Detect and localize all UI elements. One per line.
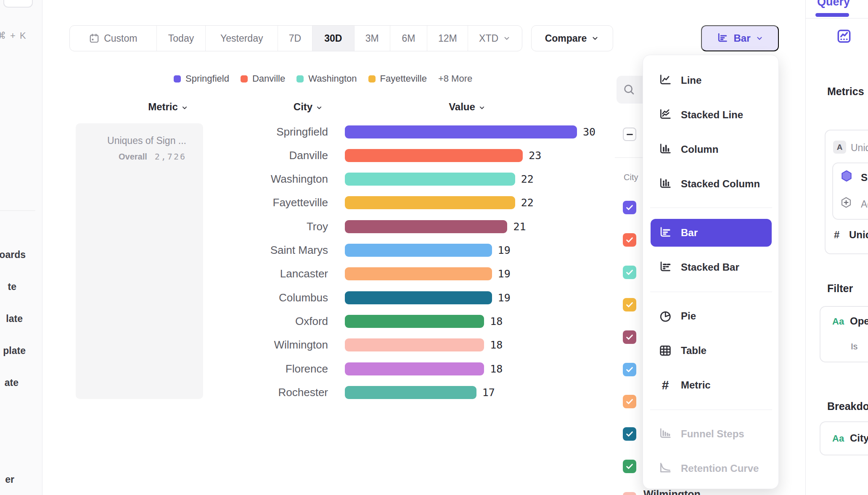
bar-segment[interactable] [345, 125, 577, 138]
bar-chart-icon [716, 32, 729, 45]
compare-button[interactable]: Compare [531, 25, 613, 51]
date-range-custom[interactable]: Custom [70, 26, 157, 51]
bar-segment[interactable] [345, 291, 492, 304]
city-checkbox[interactable] [623, 363, 636, 376]
date-range-12m[interactable]: 12M [427, 26, 468, 51]
chart-type-button[interactable]: Bar [701, 25, 779, 51]
date-range-3m[interactable]: 3M [355, 26, 390, 51]
menu-item-column[interactable]: Column [643, 132, 778, 167]
bar-segment[interactable] [345, 267, 492, 280]
tab-query[interactable]: Query [817, 0, 850, 8]
chevron-down-icon [503, 34, 511, 43]
bar-row: Florence18 [42, 362, 503, 375]
city-checkbox[interactable] [623, 330, 636, 344]
date-range-label: Custom [104, 33, 137, 44]
bar-segment[interactable] [345, 386, 476, 399]
city-checkbox[interactable] [623, 492, 636, 495]
menu-item-bar[interactable]: Bar [651, 219, 772, 247]
date-range-7d[interactable]: 7D [278, 26, 312, 51]
sidebar-item-fragment[interactable]: plate [3, 345, 26, 357]
city-checkbox[interactable] [623, 266, 636, 279]
date-range-today[interactable]: Today [157, 26, 206, 51]
menu-item-line[interactable]: Line [643, 63, 778, 98]
legend-item[interactable]: Springfield [174, 73, 229, 84]
bar-segment[interactable] [345, 149, 523, 162]
sidebar-search-input[interactable] [3, 0, 33, 8]
breakdown-card[interactable]: Aa City [820, 421, 868, 455]
metric-query-card[interactable]: A Uniq Sig Add # Uniqu [825, 130, 868, 254]
metric-header-label: Metric [148, 101, 178, 113]
legend-label: Fayetteville [380, 73, 427, 84]
bar-segment[interactable] [345, 244, 492, 257]
retention-icon [657, 460, 673, 476]
city-checkbox[interactable] [623, 395, 636, 408]
legend-item[interactable]: Danville [241, 73, 285, 84]
bar-row: Wilmington18 [42, 338, 503, 352]
bar-segment[interactable] [345, 196, 515, 209]
sidebar-item-fragment[interactable]: te [8, 281, 16, 293]
menu-item-stacked-bar[interactable]: Stacked Bar [643, 250, 778, 285]
column-icon [657, 141, 673, 157]
menu-item-label: Funnel Steps [681, 428, 744, 440]
date-range-label: 12M [438, 33, 457, 44]
date-range-6m[interactable]: 6M [390, 26, 428, 51]
menu-item-stacked-line[interactable]: Stacked Line [643, 98, 778, 132]
count-fragment: Uniqu [849, 229, 868, 241]
bar-segment[interactable] [345, 338, 484, 351]
date-range-30d[interactable]: 30D [312, 26, 355, 51]
menu-item-stacked-column[interactable]: Stacked Column [643, 167, 778, 201]
column-header-value[interactable]: Value [425, 101, 509, 113]
menu-item-table[interactable]: Table [643, 333, 778, 368]
bar-value-label: 18 [490, 315, 503, 327]
insights-chart-icon[interactable] [836, 28, 852, 46]
date-range-label: Yesterday [220, 33, 263, 44]
menu-item-retention-curve: Retention Curve [643, 451, 778, 486]
date-range-xtd[interactable]: XTD [468, 26, 522, 51]
legend-item[interactable]: Fayetteville [368, 73, 427, 84]
query-panel: Query Metrics A Uniq Sig Add # Uniqu Fil… [805, 0, 868, 495]
bar-value-label: 30 [583, 126, 595, 138]
city-checkbox[interactable] [623, 233, 636, 247]
column-header-metric[interactable]: Metric [126, 101, 210, 113]
menu-item-metric[interactable]: #Metric [643, 368, 778, 402]
column-header-city[interactable]: City [266, 101, 350, 113]
menu-item-funnel-steps: Funnel Steps [643, 417, 778, 451]
sidebar-item-fragment[interactable]: late [6, 313, 23, 325]
legend-more[interactable]: +8 More [438, 73, 472, 84]
partial-city-row-label[interactable]: Wilmington [643, 488, 701, 495]
city-checkbox[interactable] [623, 201, 636, 214]
sidebar-item-fragment[interactable]: er [5, 474, 14, 485]
hash-icon: # [834, 229, 839, 241]
sidebar-divider [0, 210, 35, 211]
line-icon [657, 72, 673, 88]
city-checkbox[interactable] [623, 460, 636, 473]
select-all-checkbox[interactable] [623, 128, 636, 141]
add-hexagon-icon[interactable] [840, 196, 852, 210]
sidebar-item-fragment[interactable]: ate [5, 377, 19, 389]
chevron-down-icon [181, 104, 188, 112]
breakdown-heading: Breakdo [827, 400, 868, 412]
chart-type-menu: LineStacked LineColumnStacked ColumnBarS… [643, 55, 779, 489]
sidebar-item-fragment[interactable]: oards [0, 249, 26, 261]
filter-card[interactable]: Aa Ope Is i [820, 306, 868, 362]
search-icon [623, 83, 635, 96]
bar-segment[interactable] [345, 220, 507, 233]
bar-segment[interactable] [345, 362, 484, 375]
funnel-icon [657, 426, 673, 442]
bar-row: Columbus19 [42, 291, 511, 304]
menu-item-pie[interactable]: Pie [643, 299, 778, 333]
metric-cell[interactable]: Uniques of Sign ... Overall2,726 [76, 123, 203, 399]
chevron-down-icon [478, 104, 486, 112]
indeterminate-mark [627, 134, 633, 135]
bar-segment[interactable] [345, 315, 484, 328]
legend-item[interactable]: Washington [296, 73, 357, 84]
metric-inner-card[interactable]: Sig Add [832, 162, 868, 220]
city-checkbox[interactable] [623, 427, 636, 441]
date-range-label: 6M [402, 33, 415, 44]
bar-segment[interactable] [345, 173, 515, 186]
check-icon [625, 268, 634, 277]
pie-icon [657, 308, 673, 324]
property-type-badge: Aa [832, 433, 844, 444]
city-checkbox[interactable] [623, 298, 636, 311]
date-range-yesterday[interactable]: Yesterday [206, 26, 278, 51]
